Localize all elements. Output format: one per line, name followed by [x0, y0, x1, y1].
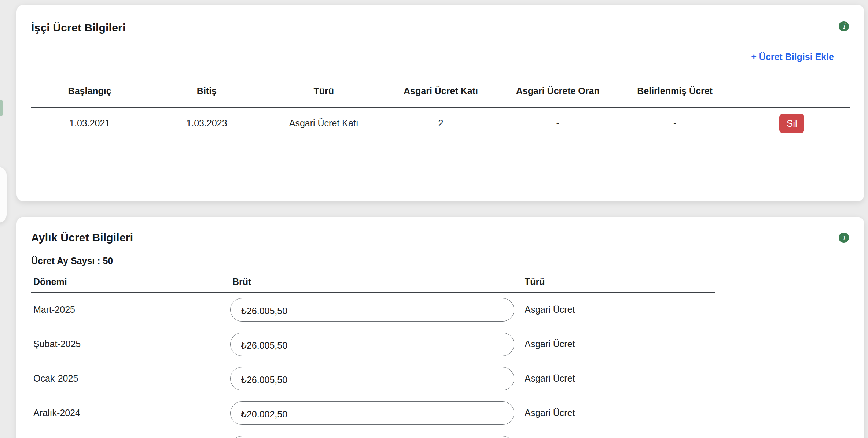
table-row: Aralık-2024 Asgari Ücret: [31, 396, 715, 430]
table-row: 1.03.2021 1.03.2023 Asgari Ücret Katı 2 …: [31, 108, 850, 139]
cell-type: Asgari Ücret: [522, 304, 715, 315]
cell-asgari-ucret-kati: 2: [382, 118, 499, 129]
monthly-wage-card: Aylık Ücret Bilgileri i Ücret Ay Saysı :…: [16, 217, 864, 438]
cell-type: Asgari Ücret: [522, 373, 715, 384]
cell-period: Aralık-2024: [31, 408, 230, 418]
cell-belirlenmis-ucret: -: [616, 118, 733, 129]
col-header-bitis: Bitiş: [148, 86, 265, 96]
cell-baslangic: 1.03.2021: [31, 118, 148, 129]
gross-wage-input[interactable]: [230, 401, 514, 425]
cell-gross: [230, 401, 522, 425]
col-header-brut: Brüt: [230, 276, 522, 287]
monthly-wage-card-title: Aylık Ücret Bilgileri: [31, 231, 133, 244]
worker-wage-card: İşçi Ücret Bilgileri i + Ücret Bilgisi E…: [16, 5, 864, 201]
table-row: Mart-2025 Asgari Ücret: [31, 293, 715, 327]
gross-wage-input[interactable]: [230, 367, 514, 390]
table-row: Asgari Ücret: [31, 430, 715, 438]
col-header-asgari-ucrete-oran: Asgari Ücrete Oran: [499, 86, 616, 96]
cell-type: Asgari Ücret: [522, 408, 715, 418]
info-icon[interactable]: i: [839, 233, 849, 243]
table-row: Şubat-2025 Asgari Ücret: [31, 327, 715, 361]
cell-turu: Asgari Ücret Katı: [265, 118, 382, 129]
cell-gross: [230, 436, 522, 438]
worker-wage-table: Başlangıç Bitiş Türü Asgari Ücret Katı A…: [31, 75, 850, 139]
col-header-baslangic: Başlangıç: [31, 86, 148, 96]
cell-gross: [230, 333, 522, 356]
cell-period: Ocak-2025: [31, 373, 230, 384]
col-header-turu: Türü: [522, 276, 715, 287]
cell-period: Mart-2025: [31, 304, 230, 315]
add-wage-info-link[interactable]: + Ücret Bilgisi Ekle: [751, 52, 834, 62]
cell-bitis: 1.03.2023: [148, 118, 265, 129]
col-header-turu: Türü: [265, 86, 382, 96]
monthly-wage-table: Dönemi Brüt Türü Mart-2025 Asgari Ücret …: [31, 272, 715, 438]
col-header-asgari-ucret-kati: Asgari Ücret Katı: [382, 86, 499, 96]
cell-asgari-ucrete-oran: -: [499, 118, 616, 129]
worker-wage-card-title: İşçi Ücret Bilgileri: [31, 22, 125, 34]
left-edge-partial-card: [0, 167, 7, 223]
gross-wage-input[interactable]: [230, 436, 514, 438]
col-header-belirlenmis-ucret: Belirlenmiş Ücret: [616, 86, 733, 96]
worker-wage-table-header: Başlangıç Bitiş Türü Asgari Ücret Katı A…: [31, 75, 850, 108]
cell-gross: [230, 298, 522, 322]
col-header-donemi: Dönemi: [31, 276, 230, 287]
cell-actions: Sil: [733, 114, 850, 133]
left-edge-partial-pill: [0, 100, 3, 116]
cell-type: Asgari Ücret: [522, 339, 715, 349]
monthly-table-header: Dönemi Brüt Türü: [31, 272, 715, 293]
gross-wage-input[interactable]: [230, 333, 514, 356]
table-row: Ocak-2025 Asgari Ücret: [31, 361, 715, 396]
info-icon[interactable]: i: [839, 21, 849, 31]
wage-month-count-label: Ücret Ay Saysı : 50: [31, 256, 113, 266]
cell-gross: [230, 367, 522, 390]
delete-button[interactable]: Sil: [779, 114, 804, 133]
cell-period: Şubat-2025: [31, 339, 230, 349]
gross-wage-input[interactable]: [230, 298, 514, 322]
